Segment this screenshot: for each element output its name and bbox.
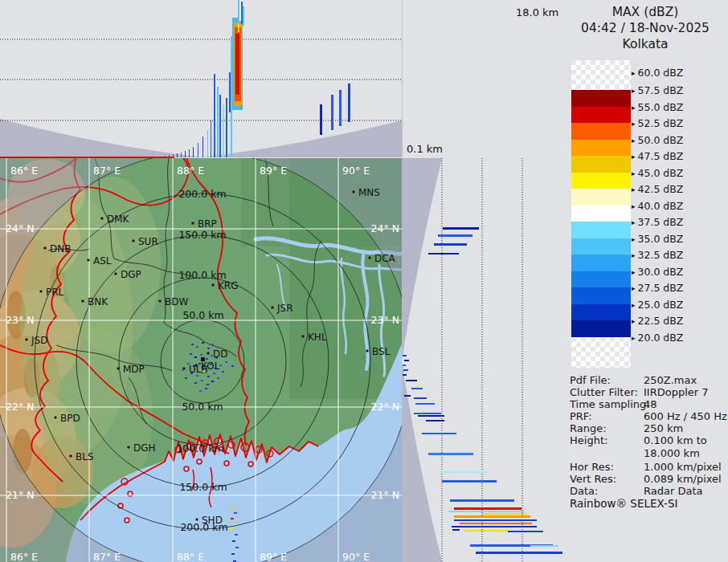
ppi-map-panel[interactable]: 86° E86° E87° E87° E88° E88° E89° E89° E… [0, 158, 402, 562]
echo-bar [229, 72, 231, 112]
product-title: MAX (dBZ) [562, 4, 728, 20]
city-dot [196, 519, 198, 521]
info-value: 250Z.max [644, 374, 726, 386]
longitude-label: 88° E [177, 165, 204, 177]
echo-speck [202, 342, 204, 344]
city-dot [26, 339, 28, 341]
echo-speck [215, 357, 218, 359]
city-label: ASL [93, 255, 112, 267]
echo-bar [415, 403, 435, 405]
city-label: DMK [107, 214, 130, 225]
echo-bar [442, 480, 497, 483]
echo-bar [428, 453, 473, 455]
tick-arrow-icon: ▸ [632, 68, 636, 76]
echo-bar [418, 415, 444, 417]
echo-bar [331, 95, 333, 130]
tick-label: 50.0 dBZ [638, 134, 684, 146]
ring-distance-label: 50.0 km [182, 309, 223, 321]
colorbar-tick: ▸52.5 dBZ [632, 117, 683, 129]
echo-speck [232, 540, 235, 542]
legend-panel: MAX (dBZ) 04:42 / 18-Nov-2025 Kolkata ▸6… [562, 0, 728, 562]
beam-limit-wedge [0, 119, 202, 157]
colorbar-tick: ▸60.0 dBZ [632, 67, 683, 79]
colorbar-band [571, 156, 631, 173]
city-label: BRP [198, 218, 217, 230]
echo-speck [204, 367, 207, 369]
echo-bar [185, 151, 186, 157]
echo-bar [406, 380, 417, 381]
xz-cross-section-panel[interactable] [0, 0, 403, 158]
echo-speck [199, 390, 202, 392]
echo-bar [454, 515, 530, 518]
city-dot [117, 368, 120, 370]
echo-speck [198, 363, 201, 364]
info-value: IIRDoppler 7 [644, 386, 726, 398]
info-value: 1.000 km/pixel [644, 461, 726, 473]
echo-speck [196, 375, 198, 377]
city-label: DD [213, 348, 227, 360]
tick-arrow-icon: ▸ [632, 234, 636, 242]
echo-speck [213, 373, 215, 374]
echo-bar [454, 507, 521, 510]
tick-label: 40.0 dBZ [638, 200, 684, 212]
echo-bar [414, 397, 427, 399]
tick-label: 27.5 dBZ [638, 282, 684, 294]
echo-bar [428, 253, 459, 255]
echo-speck [207, 348, 210, 349]
echo-bar [207, 130, 208, 157]
colorbar-band [571, 238, 631, 255]
city-label: BSL [372, 346, 391, 357]
info-value: 600 Hz / 450 Hz [644, 410, 727, 422]
colorbar-tick: ▸55.0 dBZ [632, 101, 683, 113]
tick-arrow-icon: ▸ [632, 218, 636, 226]
echo-bar [211, 120, 211, 157]
tick-label: 20.0 dBZ [638, 332, 684, 344]
echo-bar [508, 531, 543, 532]
tick-arrow-icon: ▸ [632, 300, 636, 308]
echo-bar [177, 153, 178, 157]
tick-label: 32.5 dBZ [638, 249, 684, 261]
yz-cross-section-panel[interactable] [402, 158, 562, 562]
colorbar-tick: ▸22.5 dBZ [632, 315, 683, 327]
tick-label: 25.0 dBZ [638, 299, 684, 311]
echo-bar [223, 104, 224, 157]
xz-cross-section-plot [0, 0, 402, 158]
colorbar-tick: ▸37.5 dBZ [632, 216, 683, 228]
product-info-table: Pdf File:250Z.maxClutter Filter:IIRDoppl… [570, 374, 726, 497]
echo-bar [460, 523, 532, 524]
echo-speck [222, 371, 224, 373]
city-label: KHL [308, 332, 327, 343]
tick-label: 52.5 dBZ [638, 117, 684, 129]
latitude-label: 24° N [371, 222, 399, 234]
colorbar-band [571, 337, 631, 368]
info-label: Vert Res: [570, 473, 644, 485]
echo-speck [225, 361, 227, 363]
echo-bar [454, 519, 537, 521]
station-name: Kolkata [562, 36, 728, 52]
beam-limit-wedge [402, 361, 442, 562]
echo-speck [205, 388, 207, 389]
info-row: Height:0.100 km to [570, 434, 726, 446]
legend-header: MAX (dBZ) 04:42 / 18-Nov-2025 Kolkata [562, 4, 728, 52]
info-row: Pdf File:250Z.max [570, 374, 726, 386]
tick-label: 22.5 dBZ [638, 315, 684, 327]
echo-speck [194, 382, 197, 384]
colorbar-band [571, 60, 631, 90]
colorbar-tick: ▸57.5 dBZ [632, 84, 683, 96]
echo-speck [231, 518, 234, 519]
echo-bar [403, 369, 408, 371]
city-dot [159, 300, 162, 303]
radar-site-marker [201, 357, 205, 361]
info-row: 18.000 km [570, 447, 726, 459]
city-label: DNB [50, 243, 71, 255]
colorbar-band [571, 304, 631, 321]
height-axis-min-label: 0.1 km [407, 143, 443, 155]
echo-bar [450, 499, 514, 502]
city-dot [128, 446, 130, 449]
colorbar-band [571, 271, 631, 288]
ring-distance-label: 150.0 km [178, 229, 226, 241]
info-label: Clutter Filter: [570, 386, 644, 398]
echo-bar [443, 227, 479, 230]
colorbar-band [571, 107, 631, 124]
colorbar-band [571, 123, 631, 140]
